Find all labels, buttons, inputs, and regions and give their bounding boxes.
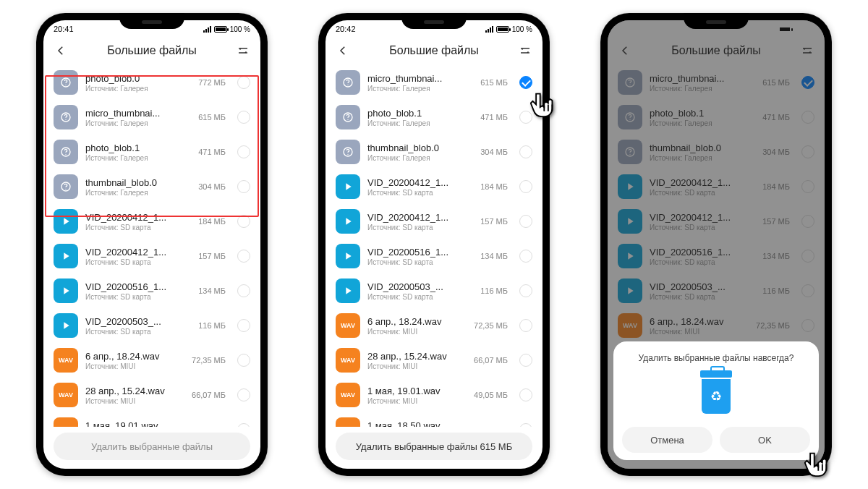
file-info: VID_20200412_1...Источник: SD карта (85, 247, 191, 266)
file-info: photo_blob.1Источник: Галерея (367, 108, 473, 127)
svg-point-7 (65, 189, 66, 190)
file-row[interactable]: WAV28 апр., 15.24.wavИсточник: MIUI66,07… (43, 378, 260, 412)
file-row[interactable]: VID_20200503_...Источник: SD карта116 МБ (43, 308, 260, 343)
select-checkbox[interactable] (519, 284, 532, 297)
sort-icon[interactable] (518, 43, 532, 58)
ok-button[interactable]: OK (720, 427, 810, 453)
file-size: 304 МБ (480, 148, 508, 156)
select-checkbox[interactable] (519, 423, 532, 427)
file-row[interactable]: VID_20200516_1...Источник: SD карта134 М… (326, 239, 542, 273)
header: Большие файлы (43, 38, 260, 65)
battery-icon (496, 26, 509, 33)
file-info: VID_20200412_1...Источник: SD карта (367, 212, 473, 231)
cancel-button[interactable]: Отмена (622, 427, 712, 453)
phone-frame: 20:41100 %Большие файлыphoto_blob.0Источ… (36, 13, 268, 476)
select-checkbox[interactable] (519, 76, 532, 89)
file-info: micro_thumbnai...Источник: Галерея (367, 73, 473, 93)
select-checkbox[interactable] (237, 284, 250, 297)
notch (401, 13, 467, 29)
file-row[interactable]: VID_20200412_1...Источник: SD карта157 М… (43, 239, 260, 273)
file-size: 134 МБ (480, 252, 508, 260)
file-size: 615 МБ (198, 113, 226, 122)
file-info: VID_20200503_...Источник: SD карта (367, 281, 473, 301)
select-checkbox[interactable] (237, 423, 250, 427)
unknown-file-icon (54, 140, 78, 164)
back-icon[interactable] (336, 43, 350, 58)
file-row[interactable]: WAV1 мая, 19.01.wavИсточник: MIUI49,05 М… (326, 378, 542, 412)
battery-percent: 100 % (512, 25, 532, 33)
back-icon[interactable] (54, 43, 68, 58)
select-checkbox[interactable] (237, 215, 250, 228)
select-checkbox[interactable] (237, 319, 250, 332)
select-checkbox[interactable] (237, 250, 250, 263)
file-row[interactable]: micro_thumbnai...Источник: Галерея615 МБ (326, 65, 542, 100)
file-name: 6 апр., 18.24.wav (85, 351, 183, 362)
file-row[interactable]: VID_20200503_...Источник: SD карта116 МБ (326, 273, 542, 308)
select-checkbox[interactable] (237, 388, 250, 401)
file-info: photo_blob.1Источник: Галерея (85, 143, 191, 162)
select-checkbox[interactable] (519, 388, 532, 401)
status-right: 100 % (485, 25, 532, 33)
select-checkbox[interactable] (519, 180, 532, 193)
file-row[interactable]: VID_20200516_1...Источник: SD карта134 М… (43, 273, 260, 308)
video-file-icon (336, 174, 360, 199)
file-name: 1 мая, 19.01.wav (367, 386, 465, 396)
file-row[interactable]: photo_blob.0Источник: Галерея772 МБ (43, 65, 260, 100)
file-info: 1 мая, 19.01.wavИсточник: MIUI (85, 420, 218, 428)
unknown-file-icon (54, 70, 78, 95)
file-list[interactable]: photo_blob.0Источник: Галерея772 МБmicro… (43, 65, 260, 427)
svg-point-9 (347, 85, 348, 85)
file-info: photo_blob.0Источник: Галерея (85, 73, 191, 93)
file-source: Источник: MIUI (367, 328, 467, 336)
file-row[interactable]: photo_blob.1Источник: Галерея471 МБ (326, 100, 542, 135)
select-checkbox[interactable] (237, 111, 250, 124)
page-title: Большие файлы (389, 44, 479, 57)
unknown-file-icon (336, 70, 360, 95)
file-row[interactable]: micro_thumbnai...Источник: Галерея615 МБ (43, 100, 260, 135)
select-checkbox[interactable] (519, 354, 532, 367)
video-file-icon (54, 209, 78, 234)
wav-file-icon: WAV (54, 383, 78, 407)
file-row[interactable]: thumbnail_blob.0Источник: Галерея304 МБ (43, 169, 260, 204)
file-size: 116 МБ (480, 286, 508, 295)
cancel-label: Отмена (650, 435, 684, 446)
unknown-file-icon (336, 105, 360, 129)
file-size: 66,07 МБ (474, 356, 508, 365)
svg-point-13 (347, 154, 348, 155)
file-row[interactable]: WAV1 мая, 18.50.wavИсточник: MIUI37,17 М… (326, 412, 542, 427)
wav-file-icon: WAV (336, 383, 360, 407)
select-checkbox[interactable] (519, 250, 532, 263)
file-name: micro_thumbnai... (85, 108, 183, 119)
file-row[interactable]: WAV6 апр., 18.24.wavИсточник: MIUI72,35 … (43, 343, 260, 378)
file-row[interactable]: photo_blob.1Источник: Галерея471 МБ (43, 135, 260, 169)
file-row[interactable]: VID_20200412_1...Источник: SD карта184 М… (326, 169, 542, 204)
file-row[interactable]: VID_20200412_1...Источник: SD карта184 М… (43, 204, 260, 239)
phone-frame: 20:42100 %Большие файлыmicro_thumbnai...… (318, 13, 550, 476)
file-source: Источник: Галерея (85, 85, 191, 93)
select-checkbox[interactable] (519, 215, 532, 228)
file-row[interactable]: WAV1 мая, 19.01.wavИсточник: MIUI (43, 412, 260, 427)
select-checkbox[interactable] (237, 145, 250, 158)
select-checkbox[interactable] (237, 354, 250, 367)
notch (119, 13, 184, 29)
sort-icon[interactable] (236, 43, 250, 58)
confirm-dialog: Удалить выбранные файлы навсегда?♻Отмена… (613, 341, 819, 460)
file-list[interactable]: micro_thumbnai...Источник: Галерея615 МБ… (326, 65, 542, 427)
status-right: 100 % (203, 25, 250, 33)
select-checkbox[interactable] (519, 319, 532, 332)
file-size: 157 МБ (480, 217, 508, 226)
select-checkbox[interactable] (237, 76, 250, 89)
file-row[interactable]: thumbnail_blob.0Источник: Галерея304 МБ (326, 135, 542, 169)
delete-selected-button[interactable]: Удалить выбранные файлы (54, 433, 250, 460)
file-source: Источник: Галерея (367, 119, 473, 127)
select-checkbox[interactable] (237, 180, 250, 193)
select-checkbox[interactable] (519, 145, 532, 158)
delete-selected-button[interactable]: Удалить выбранные файлы 615 МБ (336, 433, 532, 460)
file-row[interactable]: VID_20200412_1...Источник: SD карта157 М… (326, 204, 542, 239)
file-source: Источник: MIUI (85, 397, 184, 405)
file-source: Источник: Галерея (367, 154, 473, 162)
file-info: 1 мая, 19.01.wavИсточник: MIUI (367, 386, 467, 405)
file-name: 28 апр., 15.24.wav (367, 351, 465, 362)
file-row[interactable]: WAV6 апр., 18.24.wavИсточник: MIUI72,35 … (326, 308, 542, 343)
file-row[interactable]: WAV28 апр., 15.24.wavИсточник: MIUI66,07… (326, 343, 542, 378)
